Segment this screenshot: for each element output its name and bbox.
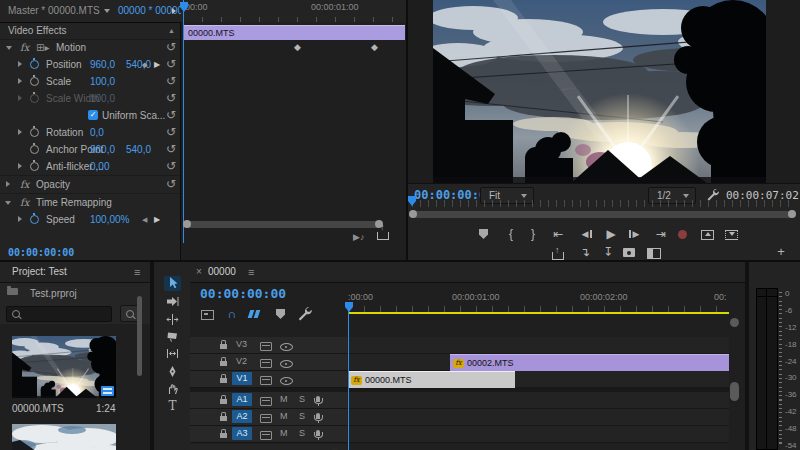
add-marker-button[interactable] (472, 226, 494, 242)
twirl-closed-icon[interactable] (18, 61, 22, 67)
reset-icon[interactable]: ↺ (166, 40, 176, 55)
export-frame-share-button[interactable] (547, 244, 569, 260)
track-lane-v1[interactable]: fx00000.MTS (347, 371, 729, 388)
master-expand-icon[interactable]: ⇔ (330, 445, 339, 450)
track-lock-icon[interactable] (220, 344, 227, 349)
next-keyframe-icon[interactable]: ▶ (154, 56, 160, 73)
track-output-eye-icon[interactable] (280, 360, 293, 368)
mute-button[interactable]: M (280, 428, 288, 438)
program-video-frame[interactable] (433, 0, 766, 183)
stopwatch-icon[interactable] (30, 77, 39, 86)
effect-controls-h-scrollbar[interactable] (185, 221, 381, 228)
track-lock-icon[interactable] (220, 433, 227, 438)
track-target-v2[interactable]: V2 (236, 356, 247, 366)
track-target-a1[interactable]: A1 (232, 393, 252, 406)
search-input[interactable] (6, 306, 112, 322)
stopwatch-icon[interactable] (30, 128, 39, 137)
type-tool-button[interactable]: T (164, 399, 181, 414)
track-select-forward-tool-button[interactable] (164, 295, 181, 310)
hand-tool-button[interactable] (164, 382, 181, 397)
twirl-closed-icon[interactable] (18, 216, 22, 222)
opacity-effect-row[interactable]: fx Opacity ↺ (0, 176, 180, 193)
stopwatch-icon[interactable] (30, 145, 39, 154)
twirl-closed-icon[interactable] (18, 129, 22, 135)
effect-controls-clip-bar[interactable]: 00000.MTS (183, 25, 405, 40)
panel-menu-icon[interactable]: ≡ (134, 262, 140, 282)
ripple-edit-tool-button[interactable] (164, 313, 181, 328)
selection-tool-button[interactable] (164, 276, 181, 291)
track-target-a3[interactable]: A3 (232, 427, 252, 440)
mark-in-button[interactable]: { (500, 226, 522, 242)
reset-icon[interactable]: ↺ (166, 177, 176, 192)
position-parameter-row[interactable]: Position 960,0 540,0 ◆ ▶ ↺ (0, 56, 180, 73)
speed-value[interactable]: 100,00% (90, 211, 129, 228)
next-keyframe-icon[interactable]: ▶ (154, 211, 160, 228)
close-tab-icon[interactable]: × (196, 262, 202, 282)
track-lane-v3[interactable] (347, 337, 729, 354)
clip-name-label[interactable]: 00000.MTS (12, 403, 64, 414)
uniform-scale-row[interactable]: ✓ Uniform Sca... ↺ (0, 107, 180, 124)
stopwatch-icon[interactable] (30, 215, 39, 224)
sync-lock-icon[interactable] (260, 431, 272, 440)
timeline-settings-wrench-icon[interactable] (296, 306, 314, 322)
pen-tool-button[interactable] (164, 365, 181, 380)
go-to-out-button[interactable]: ⇥ (650, 226, 672, 242)
panel-menu-icon[interactable]: ≡ (248, 262, 254, 282)
reset-icon[interactable]: ↺ (166, 159, 176, 174)
mark-out-button[interactable]: } (522, 226, 544, 242)
track-target-v1[interactable]: V1 (232, 372, 252, 385)
navigate-up-folder-icon[interactable] (7, 288, 18, 295)
toggle-timeline-view-icon[interactable] (172, 8, 176, 14)
video-effects-section-header[interactable]: Video Effects ▲ (0, 22, 180, 39)
track-lane-a1[interactable] (347, 392, 729, 409)
effect-controls-master-tab[interactable]: Master * 00000.MTS (8, 0, 100, 22)
track-lane-master[interactable] (347, 444, 729, 450)
time-remapping-effect-row[interactable]: fx Time Remapping (0, 194, 180, 211)
stopwatch-icon[interactable] (30, 60, 39, 69)
slip-tool-button[interactable] (164, 347, 181, 362)
solo-button[interactable]: S (299, 428, 305, 438)
keyframe-icon[interactable]: ◆ (371, 42, 378, 52)
play-audio-icon[interactable]: ▶♪ (353, 232, 364, 242)
collapse-section-icon[interactable]: ▲ (168, 22, 175, 39)
razor-tool-button[interactable] (164, 330, 181, 345)
track-lane-a2[interactable] (347, 409, 729, 426)
project-tab[interactable]: Project: Test (12, 262, 67, 282)
twirl-open-icon[interactable] (6, 46, 12, 50)
anti-flicker-parameter-row[interactable]: Anti-flicker ... 0,00 ↺ (0, 158, 180, 175)
voiceover-mic-icon[interactable] (316, 430, 320, 436)
stopwatch-icon[interactable] (30, 162, 39, 171)
effect-controls-timecode[interactable]: 00:00:00:00 (8, 247, 74, 258)
sequence-tab[interactable]: 00000 (208, 262, 236, 282)
clip-thumbnail[interactable] (12, 424, 116, 450)
snap-magnet-toggle[interactable]: ∩ (223, 306, 241, 322)
mute-button[interactable]: M (280, 394, 288, 404)
track-output-eye-icon[interactable] (280, 377, 293, 385)
timeline-clip-00002[interactable]: fx00002.MTS (450, 354, 729, 371)
button-editor-plus-button[interactable]: + (770, 244, 792, 260)
program-h-scrollbar[interactable] (411, 211, 794, 218)
anchor-x-value[interactable]: 960,0 (90, 141, 115, 158)
twirl-open-icon[interactable] (5, 201, 11, 205)
reset-icon[interactable]: ↺ (166, 57, 176, 72)
project-v-scrollbar[interactable] (137, 296, 142, 376)
track-lock-icon[interactable] (220, 399, 227, 404)
sync-lock-icon[interactable] (260, 376, 272, 385)
linked-selection-toggle[interactable] (246, 306, 264, 322)
reset-icon[interactable]: ↺ (166, 108, 176, 123)
sync-lock-icon[interactable] (260, 397, 272, 406)
extract-button[interactable] (720, 226, 742, 242)
track-lock-icon[interactable] (220, 416, 227, 421)
overwrite-button[interactable]: ↧ (597, 244, 619, 260)
twirl-closed-icon[interactable] (18, 78, 22, 84)
program-scrubber-ruler[interactable] (412, 200, 792, 207)
reset-icon[interactable]: ↺ (166, 142, 176, 157)
record-button[interactable] (672, 226, 694, 242)
track-output-eye-icon[interactable] (280, 343, 293, 351)
timeline-clip-00000[interactable]: fx00000.MTS (348, 371, 515, 388)
voiceover-mic-icon[interactable] (316, 396, 320, 402)
reset-icon[interactable]: ↺ (166, 91, 176, 106)
insert-button[interactable]: ↴ (574, 244, 596, 260)
twirl-closed-icon[interactable] (18, 163, 22, 169)
anchor-point-parameter-row[interactable]: Anchor Point 960,0 540,0 ↺ (0, 141, 180, 158)
